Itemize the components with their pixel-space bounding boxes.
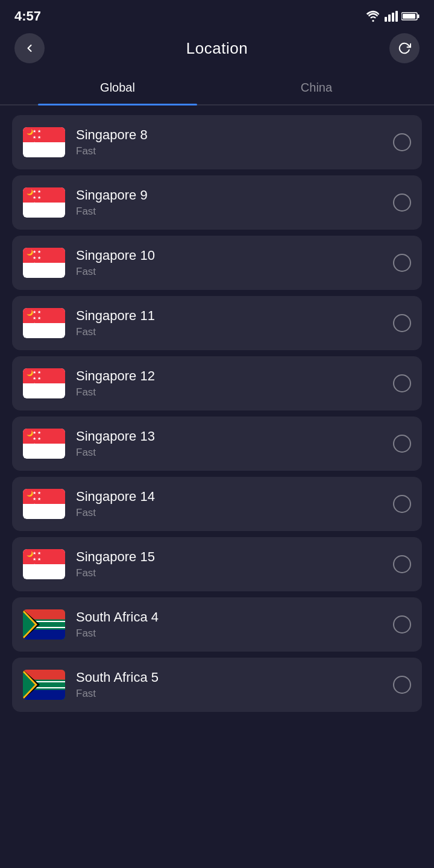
flag-south-africa [23,670,65,700]
list-item[interactable]: South Africa 4 Fast [12,597,422,652]
select-radio[interactable] [393,555,411,573]
select-radio[interactable] [393,676,411,694]
server-name: South Africa 4 [76,609,393,625]
wifi-icon [365,10,381,22]
server-speed: Fast [76,145,393,157]
flag-south-africa [23,609,65,640]
server-name: South Africa 5 [76,670,393,685]
server-info: South Africa 4 Fast [76,609,393,640]
server-name: Singapore 10 [76,248,393,263]
server-info: Singapore 13 Fast [76,429,393,459]
server-list: 🌙 ★★★★★ Singapore 8 Fast 🌙 ★★★★★ Singapo… [0,110,434,723]
flag-singapore: 🌙 ★★★★★ [23,549,65,579]
server-info: Singapore 8 Fast [76,127,393,157]
list-item[interactable]: 🌙 ★★★★★ Singapore 15 Fast [12,537,422,591]
svg-rect-0 [385,17,387,22]
server-speed: Fast [76,206,393,218]
server-name: Singapore 9 [76,187,393,203]
server-speed: Fast [76,567,393,579]
list-item[interactable]: 🌙 ★★★★★ Singapore 14 Fast [12,477,422,531]
flag-singapore: 🌙 ★★★★★ [23,187,65,218]
select-radio[interactable] [393,435,411,453]
list-item[interactable]: 🌙 ★★★★★ Singapore 11 Fast [12,296,422,350]
server-speed: Fast [76,688,393,700]
server-info: Singapore 15 Fast [76,549,393,579]
header: Location [0,30,434,72]
flag-singapore: 🌙 ★★★★★ [23,368,65,398]
svg-rect-1 [388,14,391,22]
flag-singapore: 🌙 ★★★★★ [23,429,65,459]
select-radio[interactable] [393,133,411,151]
server-name: Singapore 14 [76,489,393,505]
server-name: Singapore 8 [76,127,393,143]
flag-singapore: 🌙 ★★★★★ [23,248,65,278]
svg-rect-3 [395,11,398,22]
server-speed: Fast [76,266,393,278]
back-button[interactable] [14,33,45,63]
server-info: Singapore 10 Fast [76,248,393,278]
server-name: Singapore 12 [76,368,393,384]
tab-global[interactable]: Global [18,72,217,104]
list-item[interactable]: 🌙 ★★★★★ Singapore 12 Fast [12,356,422,410]
select-radio[interactable] [393,615,411,634]
svg-rect-6 [403,14,415,19]
server-info: Singapore 14 Fast [76,489,393,519]
server-info: Singapore 9 Fast [76,187,393,218]
server-info: South Africa 5 Fast [76,670,393,700]
list-item[interactable]: 🌙 ★★★★★ Singapore 10 Fast [12,236,422,290]
server-speed: Fast [76,326,393,338]
flag-singapore: 🌙 ★★★★★ [23,489,65,519]
tab-china[interactable]: China [217,72,416,104]
select-radio[interactable] [393,495,411,513]
tab-bar: Global China [0,72,434,105]
refresh-button[interactable] [389,33,420,63]
server-name: Singapore 15 [76,549,393,565]
server-speed: Fast [76,507,393,519]
select-radio[interactable] [393,374,411,392]
list-item[interactable]: South Africa 5 Fast [12,658,422,712]
server-speed: Fast [76,627,393,640]
server-speed: Fast [76,386,393,398]
list-item[interactable]: 🌙 ★★★★★ Singapore 8 Fast [12,115,422,169]
list-item[interactable]: 🌙 ★★★★★ Singapore 9 Fast [12,175,422,230]
server-info: Singapore 12 Fast [76,368,393,398]
select-radio[interactable] [393,193,411,212]
page-title: Location [186,39,248,58]
svg-rect-5 [418,14,420,18]
status-bar: 4:57 [0,0,434,30]
battery-icon [401,11,420,22]
server-name: Singapore 13 [76,429,393,444]
status-time: 4:57 [14,8,41,24]
select-radio[interactable] [393,254,411,272]
status-icons [365,10,420,22]
select-radio[interactable] [393,314,411,332]
server-info: Singapore 11 Fast [76,308,393,338]
server-speed: Fast [76,447,393,459]
flag-singapore: 🌙 ★★★★★ [23,127,65,157]
signal-icon [385,10,398,22]
server-name: Singapore 11 [76,308,393,324]
list-item[interactable]: 🌙 ★★★★★ Singapore 13 Fast [12,417,422,471]
svg-rect-2 [392,13,394,22]
flag-singapore: 🌙 ★★★★★ [23,308,65,338]
